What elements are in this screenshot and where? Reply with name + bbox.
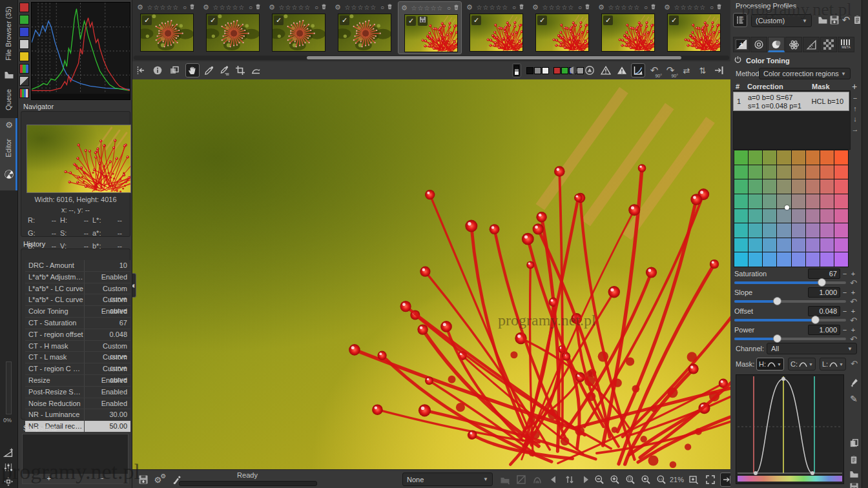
thumb-image[interactable]: ✓ — [272, 14, 326, 52]
hue-mask-curve[interactable] — [736, 374, 844, 484]
filmstrip-thumbnail[interactable]: ⚙☆☆☆☆☆○✓ — [398, 1, 462, 54]
star-rating[interactable]: ☆☆☆☆☆ — [209, 4, 249, 11]
history-row[interactable]: DRC - Amount10 — [25, 260, 130, 272]
color-grid-cell[interactable] — [777, 209, 790, 223]
flip-horizontal-button[interactable]: ⇄ — [679, 63, 694, 77]
filmstrip-thumbnail[interactable]: ⚙☆☆☆☆☆○✓ — [266, 1, 330, 54]
color-grid-cell[interactable] — [792, 223, 805, 238]
color-grid-cell[interactable] — [763, 194, 776, 208]
history-row[interactable]: CT - region offset0.048 — [25, 329, 130, 341]
color-grid-cell[interactable] — [806, 252, 820, 267]
remove-region-button[interactable]: − — [850, 94, 860, 103]
color-grid-cell[interactable] — [820, 209, 834, 223]
color-grid-cell[interactable] — [763, 179, 776, 194]
color-grid-cell[interactable] — [749, 165, 762, 179]
next-image-button[interactable] — [579, 473, 593, 487]
color-grid-cell[interactable] — [820, 179, 834, 194]
color-grid-cell[interactable] — [763, 252, 776, 267]
straighten-tool-button[interactable] — [249, 63, 263, 77]
edit-point-button[interactable] — [847, 376, 860, 389]
star-rating[interactable]: ☆☆☆☆☆ — [408, 5, 447, 12]
color-label-icon[interactable]: ○ — [578, 4, 582, 11]
color-grid-cell[interactable] — [749, 252, 762, 267]
star-rating[interactable]: ☆☆☆☆☆ — [539, 4, 578, 11]
color-grid-cell[interactable] — [763, 238, 776, 252]
add-snapshot-button[interactable]: + — [23, 474, 76, 483]
color-grid-cell[interactable] — [834, 252, 848, 267]
trash-icon[interactable] — [518, 3, 525, 12]
filmstrip-thumbnail[interactable]: ⚙☆☆☆☆☆○✓ — [595, 1, 659, 54]
color-grid-cell[interactable] — [749, 238, 762, 252]
tab-exposure[interactable]: ± — [733, 37, 750, 52]
zoom-100-button[interactable]: 1:1 — [654, 473, 668, 487]
color-grid-cell[interactable] — [806, 194, 820, 208]
color-grid-cell[interactable] — [806, 238, 820, 252]
pan-move-icon[interactable] — [2, 476, 15, 488]
color-label-icon[interactable]: ○ — [315, 4, 318, 11]
preview-modifiers-button[interactable] — [631, 63, 645, 77]
thumb-image[interactable]: ✓ — [206, 14, 260, 52]
color-grid-cell[interactable] — [734, 165, 748, 179]
color-label-icon[interactable]: ○ — [249, 4, 253, 11]
color-grid-cell[interactable] — [792, 150, 805, 165]
collapse-left-panel-handle[interactable]: ◀ — [132, 273, 136, 298]
color-label-icon[interactable]: ○ — [380, 4, 384, 11]
trash-icon[interactable] — [716, 3, 723, 12]
color-grid-cell[interactable] — [749, 223, 762, 238]
slider-value[interactable]: 67 — [808, 269, 840, 279]
highlight-clipping-button[interactable] — [615, 63, 629, 77]
histogram-blue-button[interactable] — [19, 27, 29, 37]
image-canvas[interactable]: programy.net.pl ◀ — [132, 79, 730, 469]
color-grid-cell[interactable] — [777, 238, 790, 252]
color-grid-cell[interactable] — [749, 209, 762, 223]
color-grid-cell[interactable] — [806, 150, 820, 165]
slider-knob[interactable] — [773, 334, 781, 343]
color-grid-cell[interactable] — [763, 223, 776, 238]
equalizer-icon[interactable] — [2, 462, 15, 474]
star-rating[interactable]: ☆☆☆☆☆ — [473, 4, 512, 11]
preview-red-channel-button[interactable] — [553, 67, 561, 74]
power-icon[interactable] — [734, 56, 742, 65]
background-color-selector-button[interactable] — [512, 63, 521, 77]
check-badge-icon[interactable]: ✓ — [537, 15, 547, 25]
thumb-image[interactable]: ✓ — [404, 14, 458, 52]
check-badge-icon[interactable]: ✓ — [274, 15, 284, 25]
color-grid-cell[interactable] — [834, 223, 848, 238]
tab-file-browser[interactable]: File Browser (35) — [5, 6, 12, 61]
thumb-image[interactable]: ✓ — [667, 14, 721, 52]
slider-track[interactable] — [734, 281, 846, 284]
filmstrip-thumbnail[interactable]: ⚙☆☆☆☆☆○✓ — [200, 1, 264, 54]
color-grid-cell[interactable] — [806, 209, 820, 223]
color-grid-cell[interactable] — [806, 179, 820, 194]
slider-reset-icon[interactable]: ↶ — [850, 297, 857, 307]
slider-increment-button[interactable]: + — [849, 289, 857, 296]
color-grid-cell[interactable] — [806, 223, 820, 238]
save-curve-button[interactable] — [847, 480, 860, 488]
color-grid-cell[interactable] — [806, 165, 820, 179]
tab-metadata[interactable]: META — [838, 37, 854, 52]
color-grid-cell[interactable] — [777, 179, 790, 194]
bg-white-swatch[interactable] — [542, 67, 549, 74]
monitor-profile-button[interactable] — [498, 473, 512, 487]
slider-value[interactable]: 1.000 — [808, 287, 840, 298]
color-grid-cell[interactable] — [820, 238, 834, 252]
slider-knob[interactable] — [773, 297, 781, 305]
star-rating[interactable]: ☆☆☆☆☆ — [341, 4, 380, 11]
color-grid-cell[interactable] — [834, 238, 848, 252]
rotate-left-90-button[interactable]: ↶90° — [647, 63, 661, 77]
color-grid-cell[interactable] — [792, 252, 805, 267]
trash-icon[interactable] — [320, 3, 327, 12]
zoom-fit-button[interactable] — [623, 473, 637, 487]
gamut-check-button[interactable] — [530, 473, 544, 487]
filmstrip-thumbnail[interactable]: ⚙☆☆☆☆☆○✓ — [661, 1, 725, 54]
slider-value[interactable]: 0.048 — [808, 306, 840, 316]
region-row[interactable]: 1 a=0 b=0 S=67 s=1 o=0.048 p=1 HCL b=10 — [733, 92, 849, 111]
history-row[interactable]: Color ToningEnabled — [25, 306, 130, 318]
history-row[interactable]: CT - L maskCustom curve — [25, 352, 130, 363]
mask-c-combo[interactable]: C:▼ — [788, 358, 816, 371]
color-picker-button[interactable] — [218, 63, 232, 77]
color-grid-cell[interactable] — [792, 194, 805, 208]
slider-decrement-button[interactable]: − — [841, 326, 849, 334]
copy-curve-button[interactable] — [847, 436, 860, 449]
straighten-plus-icon[interactable] — [2, 448, 15, 460]
